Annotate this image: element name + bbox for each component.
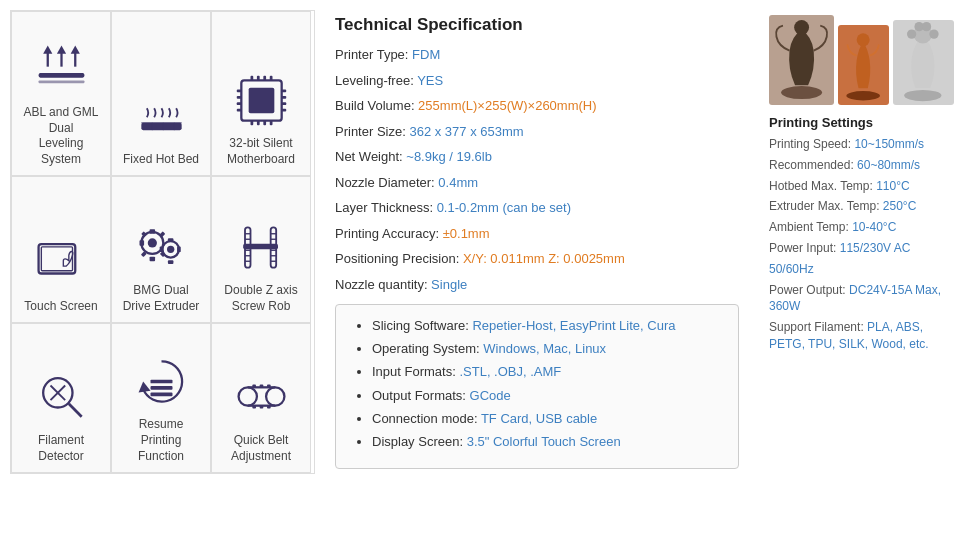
svg-rect-19 [281, 89, 286, 92]
extruder-icon [131, 217, 191, 277]
spec-label-nozzle-dia: Nozzle Diameter: [335, 175, 438, 190]
svg-rect-26 [269, 75, 272, 80]
spec-label-accuracy: Printing Accuracy: [335, 226, 443, 241]
svg-point-85 [905, 90, 942, 101]
svg-rect-18 [236, 108, 241, 111]
svg-point-87 [907, 29, 916, 38]
setting-extruder-label: Extruder Max. Temp: [769, 199, 883, 213]
setting-ambient-label: Ambient Temp: [769, 220, 852, 234]
svg-rect-17 [236, 102, 241, 105]
spec-value-layer: 0.1-0.2mm (can be set) [437, 200, 571, 215]
software-item-display: Display Screen: 3.5" Colorful Touch Scre… [372, 433, 722, 451]
svg-rect-24 [256, 75, 259, 80]
spec-value-precision: X/Y: 0.011mm Z: 0.0025mm [463, 251, 625, 266]
setting-recommended: Recommended: 60~80mm/s [769, 157, 954, 174]
svg-rect-68 [150, 380, 172, 384]
sw-label-input: Input Formats: [372, 364, 459, 379]
setting-recommended-value: 60~80mm/s [857, 158, 920, 172]
figurines-row [769, 15, 954, 105]
setting-power-input-value: 115/230V AC [840, 241, 911, 255]
svg-line-64 [68, 404, 81, 417]
setting-filament-label: Support Filament: [769, 320, 867, 334]
svg-marker-7 [56, 46, 65, 54]
spec-row-layer: Layer Thickness: 0.1-0.2mm (can be set) [335, 198, 739, 218]
sw-label-connection: Connection mode: [372, 411, 481, 426]
software-item-input: Input Formats: .STL, .OBJ, .AMF [372, 363, 722, 381]
svg-rect-75 [252, 385, 256, 388]
spec-value-size: 362 x 377 x 653mm [409, 124, 523, 139]
svg-point-88 [930, 29, 939, 38]
spec-value-weight: ~8.9kg / 19.6lb [406, 149, 492, 164]
sw-val-slicing: Repetier-Host, EasyPrint Lite, Cura [472, 318, 675, 333]
svg-rect-80 [267, 406, 271, 409]
spec-row-weight: Net Weight: ~8.9kg / 19.6lb [335, 147, 739, 167]
setting-extruder-temp: Extruder Max. Temp: 250°C [769, 198, 954, 215]
belt-icon [231, 367, 291, 427]
software-box: Slicing Software: Repetier-Host, EasyPri… [335, 304, 739, 469]
icon-grid: ABL and GML DualLeveling System [10, 10, 315, 474]
figurine-3 [893, 20, 954, 105]
setting-hotbed-value: 110°C [876, 179, 910, 193]
svg-rect-0 [38, 74, 84, 79]
sw-label-os: Operating System: [372, 341, 483, 356]
svg-rect-27 [250, 120, 253, 125]
svg-marker-5 [70, 46, 79, 54]
setting-power-hz: 50/60Hz [769, 261, 954, 278]
setting-power-input-label: Power Input: [769, 241, 840, 255]
svg-rect-62 [243, 243, 278, 249]
resume-icon [131, 351, 191, 411]
specs-title: Technical Specification [335, 15, 739, 35]
software-item-os: Operating System: Windows, Mac, Linux [372, 340, 722, 358]
svg-rect-46 [159, 246, 163, 252]
svg-point-71 [238, 388, 256, 406]
svg-rect-37 [139, 240, 144, 246]
icon-label-quick-belt: Quick BeltAdjustment [231, 433, 291, 464]
spec-row-buildvol: Build Volume: 255mm(L)×255(W)×260mm(H) [335, 96, 739, 116]
sw-val-input: .STL, .OBJ, .AMF [459, 364, 561, 379]
print-settings-title: Printing Settings [769, 115, 954, 130]
icon-cell-touch-screen: Touch Screen [11, 176, 111, 323]
spec-row-nozzle-dia: Nozzle Diameter: 0.4mm [335, 173, 739, 193]
svg-rect-79 [259, 406, 263, 409]
icon-cell-resume: ResumePrinting Function [111, 323, 211, 473]
spec-value-buildvol: 255mm(L)×255(W)×260mm(H) [418, 98, 596, 113]
sw-label-slicing: Slicing Software: [372, 318, 472, 333]
svg-point-90 [922, 22, 931, 31]
spec-value-nozzle-qty: Single [431, 277, 467, 292]
software-list: Slicing Software: Repetier-Host, EasyPri… [352, 317, 722, 451]
setting-extruder-value: 250°C [883, 199, 917, 213]
setting-hotbed-temp: Hotbed Max. Temp: 110°C [769, 178, 954, 195]
setting-speed-label: Printing Speed: [769, 137, 854, 151]
setting-filament: Support Filament: PLA, ABS, PETG, TPU, S… [769, 319, 954, 353]
setting-power-output-label: Power Output: [769, 283, 849, 297]
spec-row-size: Printer Size: 362 x 377 x 653mm [335, 122, 739, 142]
svg-rect-30 [269, 120, 272, 125]
spec-label-size: Printer Size: [335, 124, 409, 139]
svg-point-34 [147, 238, 156, 247]
spec-row-type: Printer Type: FDM [335, 45, 739, 65]
icon-label-touch-screen: Touch Screen [24, 299, 97, 315]
setting-hotbed-label: Hotbed Max. Temp: [769, 179, 876, 193]
svg-rect-69 [150, 386, 172, 390]
svg-rect-78 [252, 406, 256, 409]
sw-label-display: Display Screen: [372, 434, 467, 449]
svg-rect-21 [281, 102, 286, 105]
icon-label-bmg-dual: BMG DualDrive Extruder [123, 283, 200, 314]
spec-label-precision: Positioning Precision: [335, 251, 463, 266]
motherboard-icon [231, 70, 291, 130]
svg-rect-16 [236, 96, 241, 99]
svg-point-81 [781, 86, 822, 99]
svg-rect-15 [236, 89, 241, 92]
icon-cell-abl-gml: ABL and GML DualLeveling System [11, 11, 111, 176]
svg-rect-44 [167, 238, 173, 242]
icon-cell-32bit: 32-bit SilentMotherboard [211, 11, 311, 176]
icon-label-filament: Filament Detector [17, 433, 105, 464]
spec-value-accuracy: ±0.1mm [443, 226, 490, 241]
svg-rect-36 [149, 256, 155, 261]
spec-label-buildvol: Build Volume: [335, 98, 418, 113]
software-item-connection: Connection mode: TF Card, USB cable [372, 410, 722, 428]
spec-label-nozzle-qty: Nozzle quantity: [335, 277, 431, 292]
setting-power-input: Power Input: 115/230V AC [769, 240, 954, 257]
sw-val-connection: TF Card, USB cable [481, 411, 597, 426]
icon-cell-filament: Filament Detector [11, 323, 111, 473]
